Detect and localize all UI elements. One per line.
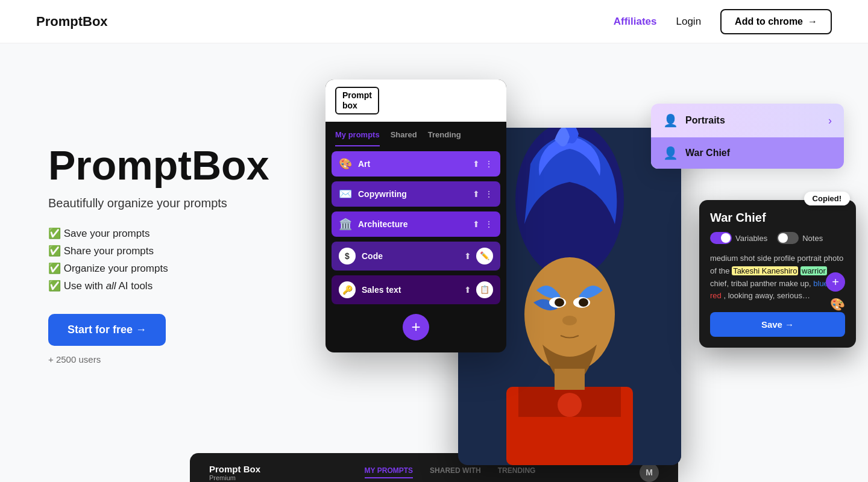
hero-title: PromptBox [48, 144, 301, 187]
arrow-icon: → [808, 16, 817, 27]
portrait-icon: 👤 [663, 113, 678, 128]
edit-button[interactable]: ✏️ [476, 248, 493, 264]
share-icon[interactable]: ⬆ [473, 219, 480, 229]
svg-point-2 [524, 257, 615, 372]
svg-point-5 [555, 298, 564, 307]
app-header: Prompt box [326, 80, 506, 122]
code-icon: $ [339, 248, 356, 264]
notes-label: Notes [802, 234, 823, 243]
prompt-title: War Chief [710, 211, 845, 225]
bottom-tab-trending[interactable]: TRENDING [498, 466, 536, 478]
list-item[interactable]: 🎨 Art ⬆ ⋮ [332, 151, 500, 177]
hero-left: PromptBox Beautifully organize your prom… [48, 144, 301, 365]
copy-button[interactable]: 📋 [476, 281, 493, 298]
war-chief-item[interactable]: 👤 War Chief [651, 137, 844, 169]
share-icon[interactable]: ⬆ [464, 251, 471, 261]
bottom-tabs: MY PROMPTS SHARED WITH TRENDING [365, 466, 536, 478]
start-free-button[interactable]: Start for free → [48, 314, 166, 346]
nav-actions: Affiliates Login Add to chrome → [614, 9, 832, 34]
bottom-tab-myprompts[interactable]: MY PROMPTS [365, 466, 413, 478]
prompt-toggles: Variables Notes [710, 232, 845, 244]
tab-my-prompts[interactable]: My prompts [335, 130, 380, 146]
portraits-dropdown: 👤 Portraits › 👤 War Chief [651, 104, 844, 169]
highlight-warrior: warrior [800, 266, 827, 275]
affiliates-link[interactable]: Affiliates [614, 16, 657, 28]
hero-features-list: ✅ Save your prompts ✅ Share your prompts… [48, 227, 301, 292]
feature-save: ✅ Save your prompts [48, 227, 301, 240]
copied-badge: Copied! [804, 192, 850, 205]
bottom-logo-area: Prompt Box Premium [209, 464, 260, 481]
feature-share: ✅ Share your prompts [48, 245, 301, 257]
more-icon[interactable]: ⋮ [485, 159, 493, 169]
bottom-logo: Prompt Box [209, 464, 260, 474]
add-variable-button[interactable]: + [826, 272, 845, 292]
app-items-list: 🎨 Art ⬆ ⋮ ✉️ Copywriting ⬆ ⋮ [326, 146, 506, 352]
share-icon[interactable]: ⬆ [473, 189, 480, 199]
bottom-preview-section: Prompt Box Premium MY PROMPTS SHARED WIT… [0, 453, 868, 482]
portraits-label: Portraits [685, 115, 725, 126]
palette-icon[interactable]: 🎨 [830, 297, 845, 311]
svg-point-3 [562, 316, 577, 325]
save-button[interactable]: Save → [710, 312, 845, 337]
highlight-name: Takeshi Kaneshiro [732, 266, 798, 275]
portraits-item[interactable]: 👤 Portraits › [651, 104, 844, 137]
app-panel: Prompt box My prompts Shared Trending 🎨 … [326, 80, 506, 352]
variables-toggle[interactable] [710, 232, 732, 244]
tab-shared[interactable]: Shared [391, 130, 417, 146]
war-chief-label: War Chief [685, 148, 730, 158]
add-prompt-button[interactable]: + [403, 314, 429, 340]
notes-toggle[interactable] [777, 232, 799, 244]
share-icon[interactable]: ⬆ [464, 285, 471, 295]
bottom-premium: Premium [209, 474, 260, 481]
svg-rect-11 [555, 369, 585, 390]
tab-trending[interactable]: Trending [428, 130, 461, 146]
list-item[interactable]: 🏛️ Architecture ⬆ ⋮ [332, 211, 500, 237]
more-icon[interactable]: ⋮ [485, 219, 493, 229]
add-to-chrome-button[interactable]: Add to chrome → [720, 9, 832, 34]
war-chief-icon: 👤 [663, 146, 678, 160]
feature-organize: ✅ Organize your prompts [48, 262, 301, 275]
more-icon[interactable]: ⋮ [485, 189, 493, 199]
svg-point-10 [558, 393, 582, 417]
variables-toggle-group: Variables [710, 232, 767, 244]
arrow-icon: › [828, 114, 832, 127]
app-tabs: My prompts Shared Trending [326, 122, 506, 146]
navbar: PromptBox Affiliates Login Add to chrome… [0, 0, 868, 43]
user-count: + 2500 users [48, 354, 301, 365]
app-logo-box: Prompt box [335, 87, 379, 114]
login-button[interactable]: Login [676, 16, 702, 28]
art-icon: 🎨 [339, 157, 352, 171]
svg-point-7 [579, 298, 588, 307]
list-item[interactable]: $ Code ⬆ ✏️ [332, 242, 500, 271]
feature-use: ✅ Use with all AI tools [48, 280, 301, 292]
bottom-tab-shared[interactable]: SHARED WITH [430, 466, 481, 478]
prompt-detail-card: Copied! War Chief Variables Notes medium… [699, 200, 856, 348]
highlight-red: red [710, 291, 722, 300]
prompt-text: medium shot side profile portrait photo … [710, 252, 845, 302]
sales-icon: 🔑 [339, 281, 356, 298]
hero-subtitle: Beautifully organize your prompts [48, 196, 301, 210]
nav-logo: PromptBox [36, 14, 108, 30]
hero-mockup: Prompt box My prompts Shared Trending 🎨 … [326, 80, 820, 429]
notes-toggle-group: Notes [777, 232, 823, 244]
list-item[interactable]: 🔑 Sales text ⬆ 📋 [332, 275, 500, 304]
hero-section: PromptBox Beautifully organize your prom… [0, 43, 868, 453]
avatar: M [640, 463, 659, 482]
architecture-icon: 🏛️ [339, 218, 352, 231]
share-icon[interactable]: ⬆ [473, 159, 480, 169]
variables-label: Variables [735, 234, 767, 243]
list-item[interactable]: ✉️ Copywriting ⬆ ⋮ [332, 181, 500, 207]
copywriting-icon: ✉️ [339, 187, 352, 201]
